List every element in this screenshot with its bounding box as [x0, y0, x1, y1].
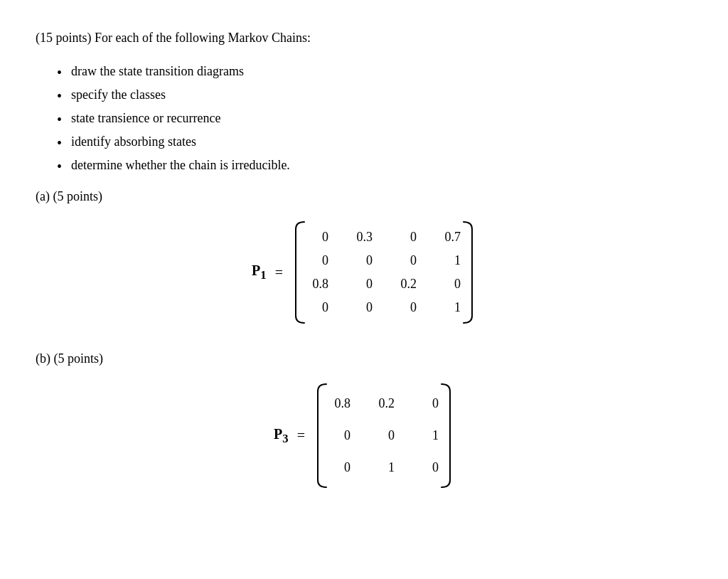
cell-0-1: 0.3 — [351, 228, 373, 247]
cell-2-3: 0 — [439, 275, 461, 294]
part-a-equation: P1 = 0 0.3 0 0.7 — [252, 215, 476, 330]
part-b-row-2: 0 1 0 — [329, 458, 439, 477]
right-bracket-a — [462, 215, 476, 330]
cell-2-0: 0.8 — [307, 275, 328, 294]
part-a-row-0: 0 0.3 0 0.7 — [307, 228, 461, 247]
part-b-matrix-label: P3 — [274, 426, 289, 446]
cell-3-1: 0 — [351, 298, 373, 317]
cell-1-2: 0 — [395, 251, 417, 270]
cell-0-2: 0 — [395, 228, 417, 247]
left-bracket-b — [314, 377, 328, 494]
cell-3-2: 0 — [395, 298, 417, 317]
left-bracket-a — [291, 215, 306, 330]
cell-1-1: 0 — [351, 251, 373, 270]
part-a-label: (a) (5 points) — [36, 189, 692, 204]
equals-sign-b: = — [297, 427, 305, 444]
part-a-matrix: 0 0.3 0 0.7 0 0 0 1 0.8 — [291, 215, 476, 330]
cell-2-2: 0.2 — [395, 275, 417, 294]
pb-cell-1-1: 0 — [373, 426, 395, 445]
part-b: (b) (5 points) P3 = 0.8 0.2 — [36, 351, 692, 494]
page-content: (15 points) For each of the following Ma… — [36, 28, 692, 494]
cell-1-0: 0 — [307, 251, 328, 270]
cell-3-3: 1 — [439, 298, 461, 317]
part-a-row-1: 0 0 0 1 — [307, 251, 461, 270]
pb-cell-2-0: 0 — [329, 458, 350, 477]
part-a-matrix-container: P1 = 0 0.3 0 0.7 — [36, 215, 692, 330]
part-b-label: (b) (5 points) — [36, 351, 692, 366]
bullet-item-3: state transience or recurrence — [57, 109, 692, 128]
cell-1-3: 1 — [439, 251, 461, 270]
bullet-item-5: determine whether the chain is irreducib… — [57, 156, 692, 175]
part-b-matrix-container: P3 = 0.8 0.2 0 0 — [36, 377, 692, 494]
part-a-matrix-rows: 0 0.3 0 0.7 0 0 0 1 0.8 — [307, 222, 461, 323]
part-a-row-2: 0.8 0 0.2 0 — [307, 275, 461, 294]
bullet-item-2: specify the classes — [57, 85, 692, 105]
part-b-matrix: 0.8 0.2 0 0 0 1 0 1 0 — [314, 377, 454, 494]
pb-cell-1-2: 1 — [417, 426, 439, 445]
pb-cell-0-1: 0.2 — [373, 394, 395, 413]
bullet-item-1: draw the state transition diagrams — [57, 62, 692, 81]
part-b-equation: P3 = 0.8 0.2 0 0 — [274, 377, 454, 494]
cell-2-1: 0 — [351, 275, 373, 294]
cell-3-0: 0 — [307, 298, 328, 317]
intro-text: (15 points) For each of the following Ma… — [36, 28, 692, 48]
right-bracket-b — [440, 377, 454, 494]
cell-0-0: 0 — [307, 228, 328, 247]
bullet-list: draw the state transition diagrams speci… — [57, 62, 692, 175]
pb-cell-2-2: 0 — [417, 458, 439, 477]
pb-cell-1-0: 0 — [329, 426, 350, 445]
bullet-item-4: identify absorbing states — [57, 132, 692, 152]
cell-0-3: 0.7 — [439, 228, 461, 247]
pb-cell-2-1: 1 — [373, 458, 395, 477]
part-b-row-1: 0 0 1 — [329, 426, 439, 445]
equals-sign-a: = — [275, 265, 283, 281]
pb-cell-0-2: 0 — [417, 394, 439, 413]
part-a: (a) (5 points) P1 = 0 0.3 — [36, 189, 692, 330]
part-b-row-0: 0.8 0.2 0 — [329, 394, 439, 413]
pb-cell-0-0: 0.8 — [329, 394, 350, 413]
part-a-matrix-label: P1 — [252, 262, 267, 282]
part-a-row-3: 0 0 0 1 — [307, 298, 461, 317]
part-b-matrix-rows: 0.8 0.2 0 0 0 1 0 1 0 — [329, 384, 439, 487]
